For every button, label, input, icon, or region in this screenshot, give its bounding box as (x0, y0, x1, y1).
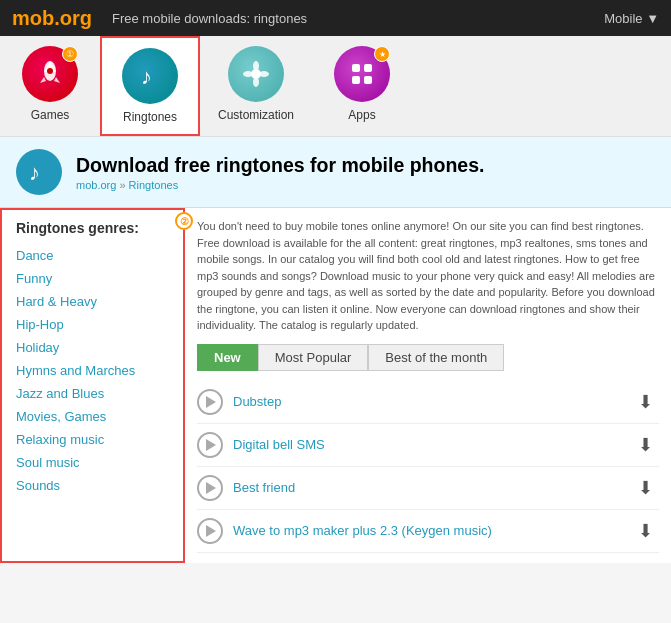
sidebar: Ringtones genres: Dance Funny Hard & Hea… (0, 208, 185, 563)
song-list: Dubstep ⬇ Digital bell SMS ⬇ Best friend… (197, 381, 659, 553)
download-button-0[interactable]: ⬇ (632, 391, 659, 413)
nav-label-games: Games (31, 108, 70, 122)
play-button-1[interactable] (197, 432, 223, 458)
play-button-0[interactable] (197, 389, 223, 415)
nav-item-customization[interactable]: Customization (200, 36, 312, 136)
tab-new[interactable]: New (197, 344, 258, 371)
content-area: ② You don't need to buy mobile tones onl… (185, 208, 671, 563)
nav-item-apps[interactable]: ★ Apps (312, 36, 412, 136)
svg-point-10 (259, 71, 269, 77)
play-button-2[interactable] (197, 475, 223, 501)
svg-text:♪: ♪ (141, 64, 152, 89)
tab-popular[interactable]: Most Popular (258, 344, 369, 371)
sidebar-item-dance[interactable]: Dance (16, 244, 169, 267)
svg-rect-14 (364, 76, 372, 84)
banner-music-icon: ♪ (25, 158, 53, 186)
sidebar-item-holiday[interactable]: Holiday (16, 336, 169, 359)
sidebar-item-hymns[interactable]: Hymns and Marches (16, 359, 169, 382)
sidebar-item-relaxing[interactable]: Relaxing music (16, 428, 169, 451)
breadcrumb-section[interactable]: Ringtones (129, 179, 179, 191)
sidebar-item-soul[interactable]: Soul music (16, 451, 169, 474)
sidebar-item-hip-hop[interactable]: Hip-Hop (16, 313, 169, 336)
song-name-1[interactable]: Digital bell SMS (233, 437, 632, 452)
sidebar-item-sounds[interactable]: Sounds (16, 474, 169, 497)
play-triangle-icon (206, 439, 216, 451)
song-item-3: Wave to mp3 maker plus 2.3 (Keygen music… (197, 510, 659, 553)
play-button-3[interactable] (197, 518, 223, 544)
logo[interactable]: mob.org (12, 7, 92, 30)
svg-rect-13 (352, 76, 360, 84)
ringtones-icon-circle: ♪ (122, 48, 178, 104)
play-triangle-icon (206, 396, 216, 408)
download-button-2[interactable]: ⬇ (632, 477, 659, 499)
download-button-1[interactable]: ⬇ (632, 434, 659, 456)
svg-point-7 (253, 61, 259, 71)
tab-month[interactable]: Best of the month (368, 344, 504, 371)
svg-marker-4 (54, 77, 60, 83)
nav-label-apps: Apps (348, 108, 375, 122)
header-right[interactable]: Mobile ▼ (604, 11, 659, 26)
breadcrumb-root[interactable]: mob.org (76, 179, 116, 191)
svg-marker-3 (40, 77, 46, 83)
svg-point-2 (47, 68, 53, 74)
sidebar-item-hard-heavy[interactable]: Hard & Heavy (16, 290, 169, 313)
song-name-3[interactable]: Wave to mp3 maker plus 2.3 (Keygen music… (233, 523, 632, 538)
svg-text:♪: ♪ (29, 160, 40, 185)
logo-accent: .org (54, 7, 92, 29)
flower-icon (241, 59, 271, 89)
info-text: You don't need to buy mobile tones onlin… (197, 218, 659, 334)
svg-rect-12 (364, 64, 372, 72)
main-layout: Ringtones genres: Dance Funny Hard & Hea… (0, 208, 671, 563)
sidebar-item-funny[interactable]: Funny (16, 267, 169, 290)
play-triangle-icon (206, 482, 216, 494)
content-badge: ② (175, 212, 193, 230)
header: mob.org Free mobile downloads: ringtones… (0, 0, 671, 36)
svg-point-9 (243, 71, 253, 77)
games-badge: ① (62, 46, 78, 62)
banner-text: Download free ringtones for mobile phone… (76, 154, 484, 191)
logo-text: mob (12, 7, 54, 29)
nav-label-ringtones: Ringtones (123, 110, 177, 124)
sidebar-title: Ringtones genres: (16, 220, 169, 236)
song-item-0: Dubstep ⬇ (197, 381, 659, 424)
svg-rect-11 (352, 64, 360, 72)
play-triangle-icon (206, 525, 216, 537)
svg-point-8 (253, 77, 259, 87)
games-icon-circle: ① (22, 46, 78, 102)
tabs-bar: New Most Popular Best of the month (197, 344, 659, 371)
banner-heading: Download free ringtones for mobile phone… (76, 154, 484, 177)
customization-icon-circle (228, 46, 284, 102)
song-name-2[interactable]: Best friend (233, 480, 632, 495)
header-title: Free mobile downloads: ringtones (112, 11, 604, 26)
download-button-3[interactable]: ⬇ (632, 520, 659, 542)
music-note-icon: ♪ (136, 62, 164, 90)
nav-label-customization: Customization (218, 108, 294, 122)
page-banner: ♪ Download free ringtones for mobile pho… (0, 137, 671, 208)
apps-badge: ★ (374, 46, 390, 62)
banner-icon: ♪ (16, 149, 62, 195)
song-item-2: Best friend ⬇ (197, 467, 659, 510)
sidebar-item-jazz[interactable]: Jazz and Blues (16, 382, 169, 405)
sidebar-item-movies[interactable]: Movies, Games (16, 405, 169, 428)
song-item-1: Digital bell SMS ⬇ (197, 424, 659, 467)
grid-icon (347, 59, 377, 89)
song-name-0[interactable]: Dubstep (233, 394, 632, 409)
nav-item-ringtones[interactable]: ♪ Ringtones (100, 36, 200, 136)
nav-icons: ① Games ♪ Ringtones Customization (0, 36, 671, 137)
rocket-icon (35, 59, 65, 89)
apps-icon-circle: ★ (334, 46, 390, 102)
breadcrumb: mob.org » Ringtones (76, 179, 484, 191)
nav-item-games[interactable]: ① Games (0, 36, 100, 136)
